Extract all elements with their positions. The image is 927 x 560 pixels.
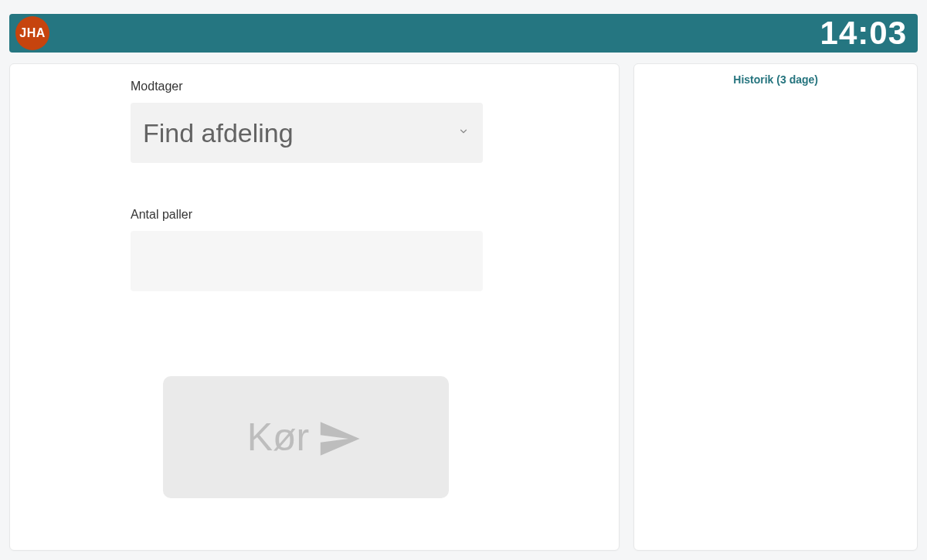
recipient-placeholder: Find afdeling [143, 118, 294, 148]
history-panel: Historik (3 dage) [633, 63, 918, 551]
main-content: Modtager Find afdeling Antal paller Kør … [9, 63, 918, 551]
clock: 14:03 [820, 15, 907, 52]
run-button-label: Kør [247, 415, 310, 460]
form-panel: Modtager Find afdeling Antal paller Kør [9, 63, 620, 551]
pallets-input[interactable] [131, 231, 483, 291]
recipient-select[interactable]: Find afdeling [131, 103, 483, 163]
run-button[interactable]: Kør [163, 376, 449, 498]
chevron-down-icon [458, 126, 469, 140]
history-title: Historik (3 dage) [643, 70, 908, 86]
top-bar: JHA 14:03 [9, 14, 918, 53]
pallets-label: Antal paller [131, 208, 600, 222]
recipient-label: Modtager [131, 80, 600, 93]
paper-plane-icon [314, 416, 365, 463]
user-avatar[interactable]: JHA [15, 16, 49, 50]
user-initials: JHA [19, 26, 46, 40]
